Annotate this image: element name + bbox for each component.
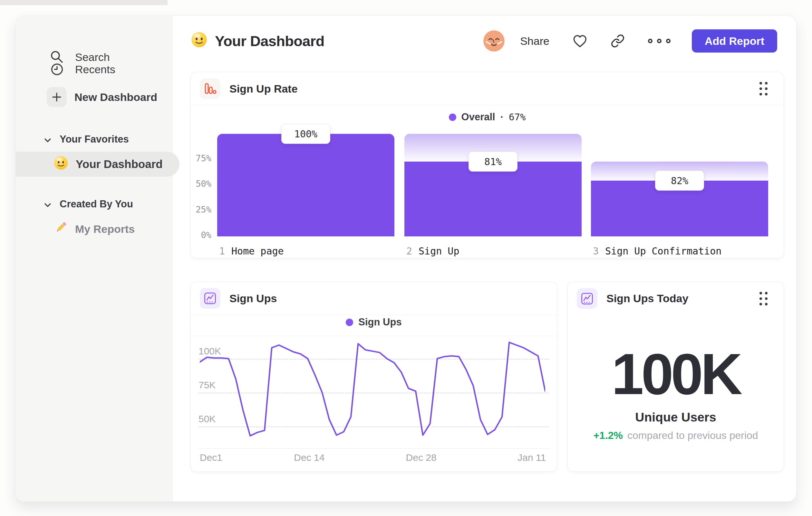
drag-handle-icon[interactable] <box>759 82 767 96</box>
sidebar-item-your-dashboard[interactable]: Your Dashboard <box>16 152 179 177</box>
avatar[interactable] <box>483 30 504 52</box>
line-chart-icon <box>577 288 598 309</box>
chevron-down-icon <box>44 134 51 145</box>
funnel-value-label: 81% <box>468 152 518 171</box>
funnel-value-label: 82% <box>655 171 704 191</box>
smiley-emoji <box>53 155 69 173</box>
signups-card: Sign Ups Sign Ups 100K75K50K Dec1Dec 14D… <box>191 281 557 472</box>
copy-link-icon[interactable] <box>611 34 625 48</box>
line-chart-icon <box>200 288 221 309</box>
line-x-tick: Dec 14 <box>294 452 324 463</box>
clock-icon <box>47 59 67 80</box>
metric-label: Unique Users <box>568 410 784 425</box>
funnel-legend: Overall · 67% <box>191 110 784 124</box>
funnel-x-label: 2Sign Up <box>406 245 460 257</box>
funnel-bar-fill <box>404 162 582 236</box>
funnel-plot: 100%81%82% <box>217 134 767 236</box>
header-actions: Share Add Report <box>483 29 777 53</box>
sidebar-section-your-favorites[interactable]: Your Favorites <box>44 132 129 147</box>
sidebar: Search Recents New Dashboard Your Favori… <box>16 16 173 501</box>
signups-line-series <box>200 336 545 448</box>
line-x-tick: Dec 28 <box>406 452 437 463</box>
card-title: Sign Ups Today <box>606 292 688 305</box>
funnel-bar-fill <box>217 134 395 236</box>
card-header: Sign Up Rate <box>191 72 784 105</box>
signup-rate-card: Sign Up Rate Overall · 67% 75%50%25%0% 1… <box>191 72 784 258</box>
card-header: Sign Ups Today <box>568 282 784 315</box>
funnel-bar[interactable] <box>217 134 395 236</box>
funnel-x-label: 3Sign Up Confirmation <box>593 245 721 257</box>
sidebar-item-my-reports[interactable]: My Reports <box>53 219 135 239</box>
sidebar-item-recents[interactable]: Recents <box>47 58 115 81</box>
smiley-emoji <box>191 31 208 52</box>
pencil-emoji <box>53 220 69 238</box>
funnel-value-label: 100% <box>281 124 330 144</box>
metric-delta: +1.2% compared to previous period <box>568 430 784 441</box>
card-title: Sign Up Rate <box>229 83 298 95</box>
bar-chart-icon <box>200 78 221 99</box>
metric-value: 100K <box>568 345 784 403</box>
funnel-y-tick: 50% <box>193 179 211 189</box>
favorite-heart-icon[interactable] <box>573 34 587 48</box>
share-button[interactable]: Share <box>520 35 549 47</box>
more-options-icon[interactable] <box>648 39 671 43</box>
funnel-y-tick: 75% <box>193 153 211 163</box>
sidebar-item-label: Recents <box>75 63 115 76</box>
sidebar-item-new-dashboard[interactable]: New Dashboard <box>47 85 157 109</box>
sidebar-section-created-by-you[interactable]: Created By You <box>44 196 133 212</box>
drag-handle-icon[interactable] <box>759 292 767 305</box>
plus-icon <box>47 87 67 107</box>
section-label: Created By You <box>60 198 133 210</box>
top-edge-strip <box>0 0 168 5</box>
x-axis-line <box>199 448 549 449</box>
line-legend: Sign Ups <box>191 309 557 336</box>
delta-value: +1.2% <box>593 430 623 441</box>
app-window: Search Recents New Dashboard Your Favori… <box>16 16 796 502</box>
legend-dot <box>449 113 456 121</box>
sidebar-item-label: Your Dashboard <box>76 158 163 171</box>
page-title: Your Dashboard <box>191 31 324 52</box>
sidebar-item-label: My Reports <box>75 223 135 236</box>
signups-today-card: Sign Ups Today 100K Unique Users +1.2% c… <box>568 281 784 472</box>
funnel-y-tick: 0% <box>193 230 211 240</box>
chevron-down-icon <box>44 198 51 210</box>
sidebar-item-label: New Dashboard <box>75 91 157 104</box>
delta-note: compared to previous period <box>627 430 758 441</box>
funnel-bar[interactable] <box>404 134 582 236</box>
funnel-y-tick: 25% <box>193 205 211 214</box>
card-title: Sign Ups <box>229 292 277 305</box>
line-x-tick: Jan 11 <box>518 452 546 463</box>
add-report-button[interactable]: Add Report <box>692 29 777 53</box>
legend-dot <box>346 319 353 326</box>
funnel-x-label: 1Home page <box>219 245 284 257</box>
line-x-tick: Dec1 <box>200 452 222 463</box>
section-label: Your Favorites <box>60 134 129 145</box>
